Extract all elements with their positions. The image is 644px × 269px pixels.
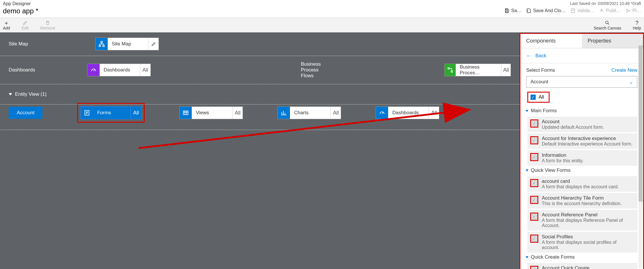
svg-rect-1	[506, 11, 508, 13]
search-canvas-button[interactable]: Search Canvas	[593, 20, 621, 30]
all-checkbox[interactable]	[531, 95, 536, 100]
tab-components[interactable]: Components	[520, 34, 582, 48]
form-name: Information	[542, 152, 584, 158]
form-name: Account	[542, 119, 604, 125]
svg-rect-4	[101, 41, 103, 43]
breadcrumb: App Designer	[3, 1, 38, 6]
svg-rect-0	[506, 9, 508, 10]
remove-label: Remove	[40, 26, 55, 30]
dashboards-tile[interactable]: Dashboards All	[87, 64, 151, 76]
form-name: Account Quick Create	[542, 265, 617, 269]
page-title: demo app *	[3, 7, 38, 15]
form-item[interactable]: AccountUpdated default Account form.	[527, 117, 637, 132]
bpf-tile[interactable]: Business Proces… All	[444, 64, 511, 76]
entity-dashboards-tile[interactable]: Dashboards All	[376, 106, 439, 119]
caret-down-icon	[9, 93, 12, 95]
account-entity-button[interactable]: Account	[9, 107, 42, 119]
form-item[interactable]: InformationA form for this entity.	[527, 150, 637, 166]
form-item[interactable]: Social ProfilesA form that displays soci…	[527, 232, 637, 253]
help-label: Help	[633, 26, 641, 30]
create-new-link[interactable]: Create New	[611, 67, 637, 73]
help-button[interactable]: ? Help	[633, 20, 641, 30]
canvas: Site Map Site Map Dashboards Dashboards …	[0, 32, 644, 269]
forms-tile[interactable]: Forms All	[80, 106, 142, 119]
search-icon	[604, 20, 610, 26]
form-item[interactable]: Account Hierarchy Tile FormThis is the a…	[527, 193, 637, 209]
play-label: Pl…	[632, 8, 641, 13]
form-check-highlight	[530, 179, 538, 187]
forms-highlight-box: Forms All	[77, 103, 145, 123]
dashboards-row-label: Dashboards	[9, 67, 35, 73]
group-title: Main Forms	[531, 108, 557, 114]
save-close-button[interactable]: Save And Clo…	[526, 8, 566, 13]
svg-point-8	[451, 71, 453, 73]
forms-tile-tag[interactable]: All	[131, 107, 141, 119]
views-tile-label: Views	[192, 107, 232, 119]
form-item[interactable]: Account for Interactive experienceDefaul…	[527, 133, 637, 149]
form-checkbox[interactable]	[532, 121, 537, 126]
form-checkbox[interactable]	[532, 236, 537, 241]
search-label: Search Canvas	[593, 26, 621, 30]
form-item[interactable]: Account Quick CreateDefault quick create…	[527, 263, 637, 269]
scrollbar-thumb[interactable]	[639, 45, 643, 202]
pencil-icon	[22, 20, 28, 26]
save-close-icon	[526, 8, 531, 13]
form-checkbox[interactable]	[532, 197, 537, 202]
svg-rect-5	[99, 45, 101, 47]
form-desc: A form that displays Reference Panel of …	[542, 218, 634, 228]
save-close-label: Save And Clo…	[533, 8, 566, 13]
form-check-highlight	[530, 153, 538, 161]
entity-view-header[interactable]: Entity View (1)	[9, 91, 46, 97]
flow-icon	[445, 64, 456, 76]
form-checkbox[interactable]	[532, 214, 537, 219]
publish-button[interactable]: Publi…	[599, 8, 621, 13]
form-group-header[interactable]: Quick Create Forms	[520, 253, 643, 262]
add-button[interactable]: ＋ Add	[3, 20, 10, 30]
publish-icon	[599, 8, 604, 13]
validate-button[interactable]: Valida…	[570, 8, 594, 13]
form-item[interactable]: Account Reference PanelA form that displ…	[527, 210, 637, 231]
form-checkbox[interactable]	[532, 267, 537, 269]
entity-tiles-row: Account Forms All Views All	[0, 96, 520, 130]
form-checkbox[interactable]	[532, 154, 537, 160]
entity-dropdown[interactable]: Account ⌄	[526, 76, 637, 88]
views-tile[interactable]: Views All	[179, 106, 243, 119]
play-button[interactable]: Pl…	[626, 8, 641, 13]
forms-tile-label: Forms	[93, 107, 131, 119]
bpf-tag[interactable]: All	[501, 64, 511, 76]
sitemap-edit-button[interactable]	[148, 38, 159, 50]
last-saved-label: Last Saved on :03/09/2021 10:48 *Draft	[570, 1, 641, 6]
dashboards-tag[interactable]: All	[140, 64, 150, 76]
charts-tile[interactable]: Charts All	[278, 106, 341, 119]
entity-dash-tag[interactable]: All	[429, 107, 439, 119]
dashboards-tile-label: Dashboards	[100, 64, 140, 76]
header-bar: App Designer demo app * Last Saved on :0…	[0, 0, 644, 18]
panel-scrollbar[interactable]	[639, 45, 643, 268]
caret-down-icon	[526, 256, 528, 258]
form-icon	[81, 107, 93, 119]
back-button[interactable]: ← Back	[520, 48, 643, 63]
plus-icon: ＋	[3, 20, 9, 26]
sitemap-icon	[96, 38, 108, 50]
all-checkbox-row[interactable]: All	[527, 92, 550, 103]
all-label: All	[539, 94, 544, 100]
form-item[interactable]: account cardA form that displays the acc…	[527, 176, 637, 192]
form-name: Account for Interactive experience	[542, 136, 632, 141]
form-check-highlight	[530, 196, 538, 204]
form-group-header[interactable]: Main Forms	[520, 106, 643, 115]
entity-dropdown-value: Account	[531, 79, 548, 85]
sitemap-row: Site Map Site Map	[0, 32, 520, 56]
tab-properties[interactable]: Properties	[582, 34, 643, 48]
views-tile-tag[interactable]: All	[232, 107, 243, 119]
form-checkbox[interactable]	[532, 180, 537, 186]
select-forms-header: Select Forms Create New	[520, 63, 643, 76]
form-checkbox[interactable]	[532, 138, 537, 143]
sitemap-tile[interactable]: Site Map	[95, 38, 159, 50]
bpf-row-label: Business Process Flows	[301, 61, 329, 79]
save-button[interactable]: Sa…	[504, 8, 522, 13]
gauge-icon	[88, 64, 100, 76]
charts-tile-tag[interactable]: All	[330, 107, 341, 119]
validate-label: Valida…	[577, 8, 594, 13]
gauge-icon	[376, 107, 388, 119]
form-group-header[interactable]: Quick View Forms	[520, 166, 643, 175]
